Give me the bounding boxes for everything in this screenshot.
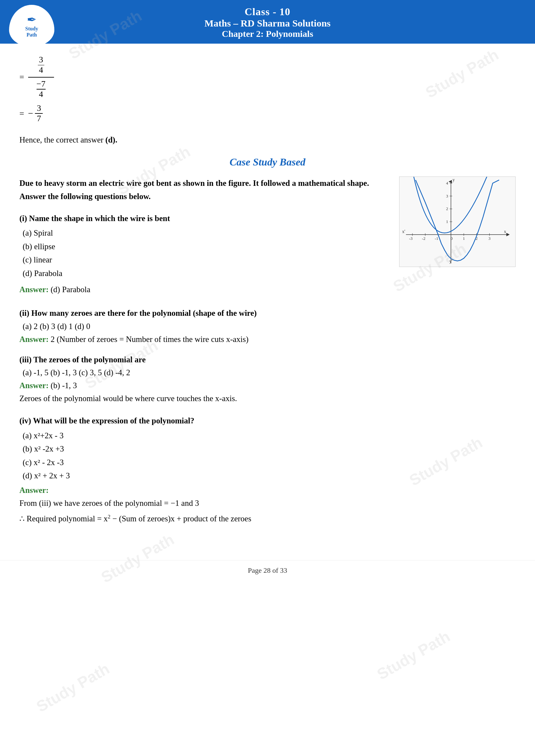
footer-text: Page 28 of 33 [248, 566, 287, 574]
q3-answer-label: Answer: (b) -1, 3 [19, 381, 516, 390]
q2-title: (ii) How many zeroes are there for the p… [19, 307, 516, 319]
graph-container: x' x y y' -3 -2 -1 0 1 2 3 1 2 3 4 [399, 176, 516, 267]
intro-with-graph: x' x y y' -3 -2 -1 0 1 2 3 1 2 3 4 [19, 176, 516, 298]
bold-d: (d). [105, 135, 117, 144]
q1-answer-label: Answer: (d) Parabola [19, 283, 516, 296]
page-footer: Page 28 of 33 [0, 560, 535, 580]
logo: ✒ StudyPath [6, 3, 58, 48]
q4-option-b: (b) x² -2x +3 [23, 443, 516, 455]
svg-text:x: x [504, 229, 506, 234]
frac-num-3b: 3 [37, 104, 41, 113]
q2-options: (a) 2 (b) 3 (d) 1 (d) 0 [23, 322, 516, 331]
svg-text:1: 1 [446, 220, 448, 224]
q4-title: (iv) What will be the expression of the … [19, 415, 516, 427]
eq-symbol-1: = [19, 68, 24, 86]
watermark-9: Study Path [33, 660, 113, 716]
svg-text:0: 0 [451, 236, 453, 241]
q1-option-d: (d) Parabola [23, 267, 516, 280]
header-chapter: Chapter 2: Polynomials [3, 29, 532, 39]
header-subject: Maths – RD Sharma Solutions [3, 18, 532, 29]
logo-text: StudyPath [25, 26, 38, 38]
pen-icon: ✒ [27, 14, 37, 26]
q4-answer-line1: From (iii) we have zeroes of the polynom… [19, 497, 516, 510]
svg-text:-2: -2 [422, 236, 425, 241]
frac-num-3: 3 [39, 55, 43, 65]
q4-option-a: (a) x²+2x - 3 [23, 430, 516, 442]
q3-title: (iii) The zeroes of the polynomial are [19, 354, 516, 366]
question-2-block: (ii) How many zeroes are there for the p… [19, 307, 516, 331]
frac-den-4b: 4 [39, 90, 43, 99]
q1-answer-text: (d) Parabola [51, 285, 91, 294]
question-3-block: (iii) The zeroes of the polynomial are (… [19, 354, 516, 378]
fraction-neg7-4: −7 4 [37, 79, 45, 99]
q4-answer-line2: ∴ Required polynomial = x2 − (Sum of zer… [19, 512, 516, 525]
q1-answer-label-text: Answer: [19, 285, 48, 294]
fraction-3-4: 3 4 [38, 55, 44, 75]
graph-svg: x' x y y' -3 -2 -1 0 1 2 3 1 2 3 4 [400, 177, 515, 267]
hence-text: Hence, the correct answer (d). [19, 133, 516, 147]
eq-row-1: = 3 4 −7 4 [19, 55, 516, 99]
svg-text:2: 2 [446, 206, 448, 211]
q3-answer-text: (b) -1, 3 [51, 381, 77, 390]
svg-text:1: 1 [463, 236, 465, 241]
frac-den-4: 4 [39, 66, 43, 75]
q2-answer-text: 2 (Number of zeroes = Number of times th… [51, 335, 249, 343]
q2-answer-label: Answer: 2 (Number of zeroes = Number of … [19, 335, 516, 344]
q3-answer-label-text: Answer: [19, 381, 48, 390]
svg-text:-3: -3 [409, 236, 413, 241]
svg-text:y: y [453, 177, 455, 182]
svg-text:3: 3 [489, 236, 491, 241]
frac-num-neg7: −7 [37, 79, 45, 89]
svg-text:-1: -1 [435, 236, 438, 241]
q3-options: (a) -1, 5 (b) -1, 3 (c) 3, 5 (d) -4, 2 [23, 368, 516, 377]
q3-explanation: Zeroes of the polynomial would be where … [19, 392, 516, 405]
q4-answer-label-text: Answer: [19, 486, 48, 495]
page-header: ✒ StudyPath Class - 10 Maths – RD Sharma… [0, 0, 535, 44]
svg-text:4: 4 [446, 181, 448, 185]
q4-option-d: (d) x² + 2x + 3 [23, 470, 516, 482]
svg-text:y': y' [449, 259, 452, 264]
svg-text:3: 3 [446, 194, 448, 199]
q4-option-c: (c) x² - 2x -3 [23, 456, 516, 469]
q4-answer-label: Answer: [19, 486, 516, 495]
frac-den-7: 7 [37, 114, 41, 123]
case-study-heading: Case Study Based [19, 156, 516, 168]
minus-sign: − [28, 103, 33, 123]
q2-answer-label-text: Answer: [19, 335, 48, 343]
header-class: Class - 10 [3, 6, 532, 18]
eq-symbol-2: = [19, 104, 24, 123]
svg-text:x': x' [402, 229, 405, 234]
main-content: = 3 4 −7 4 [0, 44, 535, 547]
math-fraction-section: = 3 4 −7 4 [19, 55, 516, 123]
watermark-8: Study Path [374, 627, 453, 683]
eq-row-2: = − 3 7 [19, 103, 516, 123]
fraction-3-7: 3 7 [35, 104, 43, 123]
question-4-block: (iv) What will be the expression of the … [19, 415, 516, 482]
